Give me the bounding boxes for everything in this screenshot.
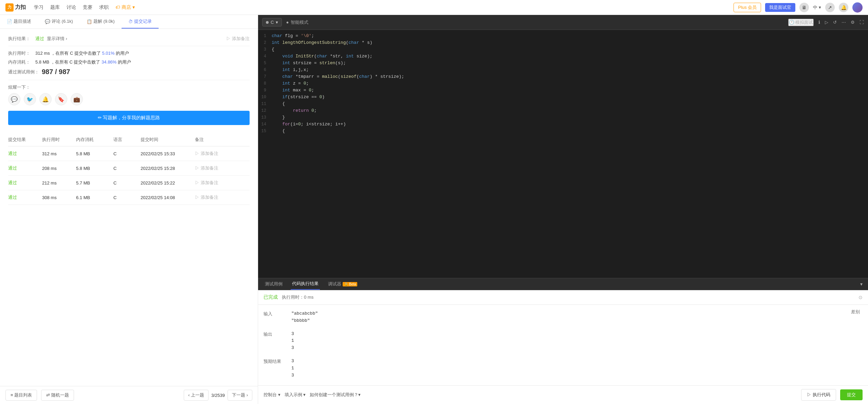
header-submit-time: 提交时间 <box>141 137 195 143</box>
submission-table: 提交结果 执行用时 内存消耗 语言 提交时间 备注 通过 312 ms 5.8 … <box>8 133 250 205</box>
row4-lang: C <box>113 195 141 200</box>
interviewer-button[interactable]: 我是面试官 <box>765 3 795 12</box>
next-problem-button[interactable]: 下一题 › <box>228 390 252 401</box>
code-line-12: 12 return 0; <box>258 107 868 114</box>
language-selector-dropdown[interactable]: C ▾ <box>262 18 282 27</box>
expected-label: 预期结果 <box>264 358 287 365</box>
header-time: 执行用时 <box>42 137 76 143</box>
console-button[interactable]: 控制台 ▾ <box>264 392 281 398</box>
nav-learn[interactable]: 学习 <box>34 4 43 11</box>
code-line-14: 14 for(i=0; i<strsize; i++) <box>258 121 868 128</box>
code-result-tab-label: 代码执行结果 <box>292 281 319 287</box>
row3-status[interactable]: 通过 <box>8 180 42 186</box>
wechat-icon[interactable]: 💬 <box>8 93 20 105</box>
output-val-1: 3 <box>291 331 847 338</box>
row1-status[interactable]: 通过 <box>8 151 42 157</box>
row4-note[interactable]: ▷ 添加备注 <box>195 194 250 200</box>
linkedin-icon[interactable]: 💼 <box>71 93 83 105</box>
expected-val-1: 3 <box>291 358 847 365</box>
tab-bar: 📄 题目描述 💬 评论 (6.1k) 📋 题解 (9.0k) ⏱ 提交记录 <box>0 15 258 29</box>
row2-time: 208 ms <box>42 166 76 171</box>
notification-icon[interactable]: 🔔 <box>839 3 848 12</box>
user-avatar[interactable] <box>852 2 863 13</box>
nav-problems[interactable]: 题库 <box>50 4 60 11</box>
fill-example-button[interactable]: 填入示例 ▾ <box>285 392 306 398</box>
row4-time: 308 ms <box>42 195 76 200</box>
code-line-4: 4 void InitStr(char *str, int size); <box>258 53 868 60</box>
result-status-pass: 通过 <box>35 36 44 42</box>
row2-note[interactable]: ▷ 添加备注 <box>195 165 250 171</box>
logo-text: 力扣 <box>15 4 26 11</box>
settings-icon[interactable]: ⚙ <box>851 20 855 25</box>
logo[interactable]: 力 力扣 <box>5 3 26 12</box>
row4-status[interactable]: 通过 <box>8 194 42 200</box>
main-layout: 📄 题目描述 💬 评论 (6.1k) 📋 题解 (9.0k) ⏱ 提交记录 执行… <box>0 15 868 404</box>
code-editor[interactable]: 1 char flg = '\0'; 2 int lengthOfLongest… <box>258 30 868 278</box>
collapse-icon[interactable]: ▾ <box>860 281 863 287</box>
editor-bottom-tabs: 测试用例 代码执行结果 调试器 🔒 Beta ▾ <box>258 278 868 290</box>
tab-description[interactable]: 📄 题目描述 <box>0 15 38 29</box>
row1-note[interactable]: ▷ 添加备注 <box>195 151 250 157</box>
submit-button[interactable]: 提交 <box>840 389 863 400</box>
row3-note[interactable]: ▷ 添加备注 <box>195 180 250 186</box>
copy-icon[interactable]: ⊙ <box>858 295 863 300</box>
random-problem-button[interactable]: ⇄ 随机一题 <box>41 390 74 401</box>
nav-shop[interactable]: 🏷 商店 ▾ <box>115 4 135 11</box>
row3-submit-time: 2022/02/25 15:22 <box>141 180 195 186</box>
nav-jobs[interactable]: 求职 <box>99 4 109 11</box>
prev-problem-button[interactable]: ‹ 上一题 <box>184 390 209 401</box>
refresh-icon[interactable]: ↺ <box>833 20 837 25</box>
row2-status[interactable]: 通过 <box>8 165 42 171</box>
result-detail-link[interactable]: 显示详情 › <box>47 36 67 42</box>
test-cases-row: 通过测试用例： 987 / 987 <box>8 68 250 76</box>
pagination: ‹ 上一题 3/2539 下一题 › <box>184 390 252 401</box>
plus-member-button[interactable]: Plus 会员 <box>734 3 761 12</box>
tab-solutions[interactable]: 📋 题解 (9.0k) <box>80 15 122 29</box>
more-icon[interactable]: ⋯ <box>842 20 846 25</box>
add-note-button[interactable]: ▷ 添加备注 <box>226 36 250 42</box>
result-panel: 已完成 执行用时：0 ms ⊙ 输入 "abcabcbb" "bbbbb" <box>258 290 868 385</box>
tab-code-result[interactable]: 代码执行结果 <box>291 278 320 290</box>
expected-section: 预期结果 3 1 3 <box>264 356 847 380</box>
create-test-button[interactable]: 如何创建一个测试用例？▾ <box>310 392 361 398</box>
write-solution-button[interactable]: ✏ 写题解，分享我的解题思路 <box>8 111 250 125</box>
row2-memory: 5.8 MB <box>76 166 113 171</box>
bottom-actions: 控制台 ▾ 填入示例 ▾ 如何创建一个测试用例？▾ ▷ 执行代码 提交 <box>258 385 868 404</box>
table-row: 通过 212 ms 5.7 MB C 2022/02/25 15:22 ▷ 添加… <box>8 176 250 190</box>
execute-code-button[interactable]: ▷ 执行代码 <box>801 389 836 401</box>
divider-2 <box>8 80 250 80</box>
problem-list-button[interactable]: ≡ 题目列表 <box>5 390 37 401</box>
row1-time: 312 ms <box>42 151 76 156</box>
screen-share-icon[interactable]: ↗ <box>825 3 835 12</box>
simulate-label: 模拟面试 <box>795 19 813 25</box>
exec-time-value: 312 ms ，在所有 C 提交中击败了 5.01% 的用户 <box>35 50 129 56</box>
run-icon[interactable]: ▷ <box>825 20 828 25</box>
comments-icon: 💬 <box>45 19 50 24</box>
bell-icon[interactable]: 🔔 <box>39 93 52 105</box>
output-val-2: 1 <box>291 337 847 345</box>
language-selector[interactable]: 中 ▾ <box>813 4 821 11</box>
row2-submit-time: 2022/02/25 15:28 <box>141 166 195 171</box>
simulate-interview-button[interactable]: 🕐 模拟面试 <box>788 19 814 26</box>
douban-icon[interactable]: 🔖 <box>55 93 67 105</box>
output-section: 输出 3 1 3 <box>264 329 847 353</box>
smart-mode-toggle[interactable]: ● 智能模式 <box>286 19 308 25</box>
nav-discuss[interactable]: 讨论 <box>67 4 76 11</box>
fullscreen-icon[interactable]: ⛶ <box>860 20 864 25</box>
expected-val-2: 1 <box>291 365 847 372</box>
row3-lang: C <box>113 180 141 186</box>
monitor-icon[interactable]: 🖥 <box>799 3 809 12</box>
memory-label: 内存消耗： <box>8 59 33 65</box>
divider-1 <box>8 46 250 46</box>
tab-debugger[interactable]: 调试器 🔒 Beta <box>327 278 359 290</box>
table-row: 通过 208 ms 5.8 MB C 2022/02/25 15:28 ▷ 添加… <box>8 161 250 176</box>
info-icon[interactable]: ℹ <box>818 20 820 25</box>
tab-test-cases[interactable]: 测试用例 <box>264 278 284 290</box>
top-nav: 力 力扣 学习 题库 讨论 竞赛 求职 🏷 商店 ▾ Plus 会员 我是面试官… <box>0 0 868 15</box>
tab-submissions[interactable]: ⏱ 提交记录 <box>122 15 159 29</box>
weibo-icon[interactable]: 🐦 <box>24 93 36 105</box>
tab-comments[interactable]: 💬 评论 (6.1k) <box>38 15 80 29</box>
code-line-15: 15 { <box>258 128 868 135</box>
submission-content: 执行结果： 通过 显示详情 › ▷ 添加备注 执行用时： 312 ms ，在所有… <box>0 29 258 386</box>
nav-contest[interactable]: 竞赛 <box>83 4 92 11</box>
